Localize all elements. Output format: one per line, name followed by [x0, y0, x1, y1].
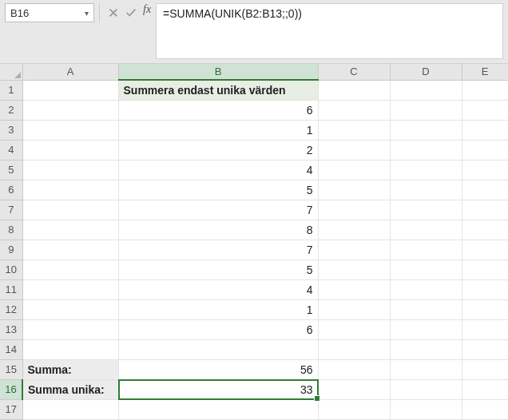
- row-header-1[interactable]: 1: [0, 80, 22, 100]
- cell-B14[interactable]: [118, 339, 318, 359]
- cell-A2[interactable]: [22, 100, 118, 120]
- cell-D15[interactable]: [390, 359, 462, 379]
- cell-C7[interactable]: [318, 200, 390, 220]
- cell-E17[interactable]: [462, 399, 508, 419]
- cell-A8[interactable]: [22, 220, 118, 240]
- cell-D5[interactable]: [390, 160, 462, 180]
- cell-A14[interactable]: [22, 339, 118, 359]
- cell-B6[interactable]: 5: [118, 180, 318, 200]
- cell-C13[interactable]: [318, 319, 390, 339]
- cell-A1[interactable]: [22, 80, 118, 100]
- cell-B10[interactable]: 5: [118, 260, 318, 279]
- cell-E1[interactable]: [462, 80, 508, 100]
- cell-A15[interactable]: Summa:: [22, 359, 118, 379]
- cell-C1[interactable]: [318, 80, 390, 100]
- cell-C2[interactable]: [318, 100, 390, 120]
- row-header-9[interactable]: 9: [0, 240, 22, 260]
- cell-D12[interactable]: [390, 299, 462, 319]
- cell-B1[interactable]: Summera endast unika värden: [118, 80, 318, 100]
- cell-D11[interactable]: [390, 279, 462, 299]
- cell-E11[interactable]: [462, 279, 508, 299]
- cell-C16[interactable]: [318, 379, 390, 399]
- cell-A7[interactable]: [22, 200, 118, 220]
- row-header-11[interactable]: 11: [0, 279, 22, 299]
- col-header-A[interactable]: A: [22, 64, 118, 80]
- cell-D3[interactable]: [390, 120, 462, 140]
- row-header-14[interactable]: 14: [0, 339, 22, 359]
- cell-E12[interactable]: [462, 299, 508, 319]
- cell-A11[interactable]: [22, 279, 118, 299]
- cell-B4[interactable]: 2: [118, 140, 318, 160]
- cell-A17[interactable]: [22, 399, 118, 419]
- col-header-C[interactable]: C: [318, 64, 390, 80]
- col-header-D[interactable]: D: [390, 64, 462, 80]
- cell-C5[interactable]: [318, 160, 390, 180]
- cell-E5[interactable]: [462, 160, 508, 180]
- cell-C6[interactable]: [318, 180, 390, 200]
- cell-D10[interactable]: [390, 260, 462, 279]
- cell-D4[interactable]: [390, 140, 462, 160]
- row-header-8[interactable]: 8: [0, 220, 22, 240]
- cell-C11[interactable]: [318, 279, 390, 299]
- cell-A4[interactable]: [22, 140, 118, 160]
- cell-E8[interactable]: [462, 220, 508, 240]
- cell-D1[interactable]: [390, 80, 462, 100]
- cell-E10[interactable]: [462, 260, 508, 279]
- cell-B11[interactable]: 4: [118, 279, 318, 299]
- cell-A9[interactable]: [22, 240, 118, 260]
- cell-D9[interactable]: [390, 240, 462, 260]
- cell-B8[interactable]: 8: [118, 220, 318, 240]
- row-header-4[interactable]: 4: [0, 140, 22, 160]
- cell-E6[interactable]: [462, 180, 508, 200]
- cell-B2[interactable]: 6: [118, 100, 318, 120]
- cell-B13[interactable]: 6: [118, 319, 318, 339]
- row-header-13[interactable]: 13: [0, 319, 22, 339]
- row-header-16[interactable]: 16: [0, 379, 22, 399]
- cell-C10[interactable]: [318, 260, 390, 279]
- cell-B3[interactable]: 1: [118, 120, 318, 140]
- row-header-3[interactable]: 3: [0, 120, 22, 140]
- cell-D13[interactable]: [390, 319, 462, 339]
- cell-C3[interactable]: [318, 120, 390, 140]
- cell-E16[interactable]: [462, 379, 508, 399]
- cell-B7[interactable]: 7: [118, 200, 318, 220]
- cell-D16[interactable]: [390, 379, 462, 399]
- row-header-5[interactable]: 5: [0, 160, 22, 180]
- cell-A16[interactable]: Summa unika:: [22, 379, 118, 399]
- cell-B17[interactable]: [118, 399, 318, 419]
- cell-D17[interactable]: [390, 399, 462, 419]
- cell-E7[interactable]: [462, 200, 508, 220]
- col-header-B[interactable]: B: [118, 64, 318, 80]
- cell-D7[interactable]: [390, 200, 462, 220]
- cell-E3[interactable]: [462, 120, 508, 140]
- row-header-15[interactable]: 15: [0, 359, 22, 379]
- cell-D14[interactable]: [390, 339, 462, 359]
- row-header-7[interactable]: 7: [0, 200, 22, 220]
- cell-B12[interactable]: 1: [118, 299, 318, 319]
- name-box[interactable]: B16 ▾: [5, 3, 94, 22]
- cell-E4[interactable]: [462, 140, 508, 160]
- cell-A10[interactable]: [22, 260, 118, 279]
- cell-B15[interactable]: 56: [118, 359, 318, 379]
- cell-C9[interactable]: [318, 240, 390, 260]
- cell-E14[interactable]: [462, 339, 508, 359]
- cell-B16[interactable]: 33: [118, 379, 318, 399]
- row-header-17[interactable]: 17: [0, 399, 22, 419]
- row-header-10[interactable]: 10: [0, 260, 22, 279]
- cell-C17[interactable]: [318, 399, 390, 419]
- cell-A5[interactable]: [22, 160, 118, 180]
- spreadsheet-grid[interactable]: A B C D E 1 Summera endast unika värden …: [0, 64, 508, 420]
- cancel-formula-button[interactable]: [105, 3, 122, 22]
- row-header-2[interactable]: 2: [0, 100, 22, 120]
- cell-E2[interactable]: [462, 100, 508, 120]
- row-header-6[interactable]: 6: [0, 180, 22, 200]
- cell-A13[interactable]: [22, 319, 118, 339]
- cell-A12[interactable]: [22, 299, 118, 319]
- cell-C14[interactable]: [318, 339, 390, 359]
- cell-E13[interactable]: [462, 319, 508, 339]
- cell-E15[interactable]: [462, 359, 508, 379]
- select-all-corner[interactable]: [0, 64, 22, 80]
- row-header-12[interactable]: 12: [0, 299, 22, 319]
- fx-icon[interactable]: fx: [143, 3, 151, 16]
- cell-A6[interactable]: [22, 180, 118, 200]
